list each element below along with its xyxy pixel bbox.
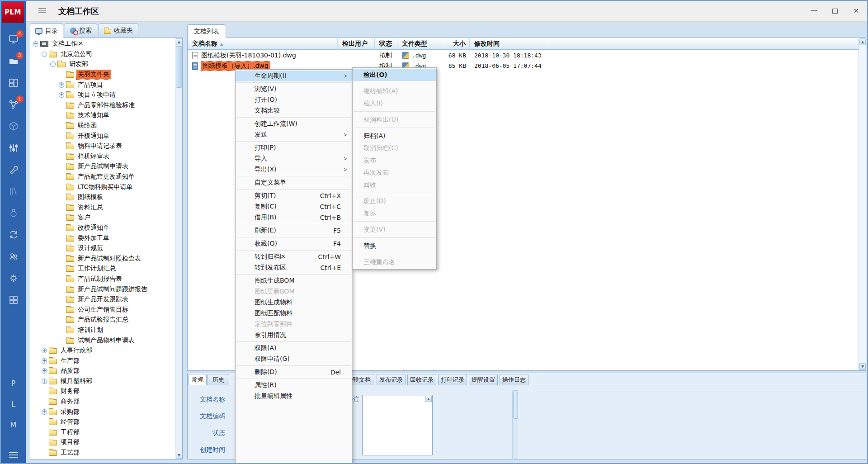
scroll-down-icon[interactable]: ▼ — [176, 452, 182, 459]
tree-item[interactable]: +产品项目 — [30, 80, 175, 90]
tree-item[interactable]: 工程部 — [30, 427, 175, 438]
scroll-up-icon[interactable]: ▲ — [859, 38, 866, 45]
column-header[interactable]: 状态 — [375, 38, 397, 50]
context-menu-item[interactable]: 转到归档区Ctrl+W — [236, 251, 352, 262]
cube-icon[interactable] — [8, 120, 19, 132]
tree-item[interactable]: 经管部 — [30, 417, 175, 427]
context-menu-item[interactable]: 文档比较 — [236, 105, 352, 116]
context-menu-item[interactable]: 图纸生成BOM — [236, 275, 352, 286]
detail-tab[interactable]: 常规 — [189, 374, 207, 385]
gear-icon[interactable] — [8, 272, 19, 284]
tab-search[interactable]: 搜索 — [65, 24, 97, 38]
context-menu-item[interactable]: 创建工作流(W) — [236, 118, 352, 129]
detail-tab[interactable]: 历史 — [208, 374, 229, 385]
tree-item[interactable]: 项目部 — [30, 437, 175, 448]
tree-item[interactable]: 公司生产销售目标 — [30, 304, 175, 315]
tree-item[interactable]: 财务部 — [30, 386, 175, 397]
collapse-icon[interactable]: − — [42, 52, 47, 57]
submenu-item[interactable]: 替换 — [353, 240, 436, 252]
tab-document-list[interactable]: 文档列表 — [187, 24, 226, 38]
tree-item[interactable]: 培训计划 — [30, 325, 175, 336]
submenu-item[interactable]: 归档(A) — [353, 130, 436, 142]
column-header[interactable]: 检出用户 — [338, 38, 375, 50]
scroll-down-icon[interactable]: ▼ — [859, 363, 866, 370]
context-menu-item[interactable]: 被引用情况 — [236, 330, 352, 341]
context-menu-item[interactable]: 图纸匹配物料 — [236, 308, 352, 319]
context-menu-item[interactable]: 属性(R) — [236, 380, 352, 391]
context-menu-item[interactable]: 导出(X)> — [236, 164, 352, 175]
maximize-button[interactable] — [832, 9, 838, 14]
tree-item[interactable]: +品质部 — [30, 366, 175, 376]
hamburger-icon[interactable] — [38, 8, 46, 13]
tree-scrollbar[interactable]: ▲ ▼ — [175, 38, 182, 459]
users-icon[interactable] — [8, 251, 19, 262]
tree-item[interactable]: 客户 — [30, 213, 175, 223]
tree-item[interactable]: 开模通知单 — [30, 131, 175, 141]
tree-item[interactable]: 联络函 — [30, 121, 175, 131]
wrench-icon[interactable] — [8, 164, 19, 175]
note-textarea[interactable]: ▲ — [362, 395, 433, 455]
column-header[interactable]: 大小 — [445, 38, 470, 50]
table-row[interactable]: 图纸模板(关羽-181030-01).dwg拟制.dwg68 KB2018-10… — [188, 50, 859, 61]
library-icon[interactable] — [8, 185, 19, 197]
tree-item[interactable]: 新产品试制申请表 — [30, 161, 175, 172]
detail-tab[interactable]: 回收记录 — [407, 374, 436, 385]
tree-item[interactable]: 图纸模板 — [30, 192, 175, 203]
tree-item[interactable]: 技术通知单 — [30, 110, 175, 121]
context-menu-item[interactable]: 浏览(V) — [236, 84, 352, 95]
collapse-icon[interactable]: − — [50, 62, 56, 67]
context-menu-item[interactable]: 打开(O) — [236, 95, 352, 105]
tree-item[interactable]: +人事行政部 — [30, 346, 175, 356]
tree-item[interactable]: −北京总公司 — [30, 49, 175, 60]
column-header[interactable]: 文件类型 — [397, 38, 445, 50]
context-menu-item[interactable]: 复制(C)Ctrl+C — [236, 201, 352, 212]
scroll-up-icon[interactable]: ▲ — [425, 396, 432, 402]
tree-item[interactable]: 新产品试制问题跟进报告 — [30, 284, 175, 294]
detail-tab[interactable]: 发布记录 — [377, 374, 406, 385]
tree-item[interactable]: 资料汇总 — [30, 203, 175, 213]
tree-item[interactable]: 关羽文件夹 — [30, 70, 175, 80]
money-icon[interactable] — [8, 207, 19, 219]
expand-icon[interactable]: + — [42, 358, 47, 364]
context-menu-item[interactable]: 收藏(Q)F4 — [236, 238, 352, 249]
expand-icon[interactable]: + — [42, 409, 47, 415]
tree-item[interactable]: +生产部 — [30, 355, 175, 366]
expand-icon[interactable]: + — [42, 368, 47, 374]
context-menu-item[interactable]: 剪切(T)Ctrl+X — [236, 190, 352, 201]
tree-item[interactable]: 产品试验报告汇总 — [30, 315, 175, 325]
context-menu-item[interactable]: 转到发布区Ctrl+E — [236, 262, 352, 273]
expand-icon[interactable]: + — [42, 379, 47, 384]
context-menu-item[interactable]: 导入> — [236, 153, 352, 164]
tree-item[interactable]: 样机评审表 — [30, 152, 175, 162]
context-menu-item[interactable]: 批量编辑属性 — [236, 391, 352, 402]
apps-icon[interactable] — [8, 294, 19, 306]
expand-icon[interactable]: + — [42, 348, 47, 353]
tree-item[interactable]: 委外加工单 — [30, 233, 175, 243]
scroll-up-icon[interactable]: ▲ — [176, 38, 182, 45]
context-menu-item[interactable]: 生命周期(I)> — [236, 71, 352, 81]
detail-tab[interactable]: 操作日志 — [500, 374, 528, 385]
tree-item[interactable]: 新产品开发跟踪表 — [30, 294, 175, 305]
tree-item[interactable]: 工作计划汇总 — [30, 264, 175, 274]
detail-tab[interactable]: 打印记录 — [438, 374, 467, 385]
tree-item[interactable]: 工艺部 — [30, 448, 175, 458]
collapse-icon[interactable]: − — [33, 41, 38, 47]
close-button[interactable]: ✕ — [853, 8, 859, 14]
tree-item[interactable]: 产品试制报告表 — [30, 274, 175, 284]
tree-item[interactable]: 产品零部件检验标准 — [30, 100, 175, 111]
context-menu-item[interactable]: 删除(D)Del — [236, 367, 352, 378]
tab-favorites[interactable]: 收藏夹 — [99, 24, 138, 38]
submenu-item[interactable]: 检出(O) — [353, 69, 436, 81]
context-menu-item[interactable]: 借用(B)Ctrl+B — [236, 212, 352, 223]
context-menu-item[interactable]: 打印(P) — [236, 142, 352, 153]
tree-item[interactable]: 产品配套更改通知单 — [30, 172, 175, 182]
tree-item[interactable]: 新产品试制对照检查表 — [30, 253, 175, 264]
tree-item[interactable]: −文档工作区 — [30, 39, 175, 49]
context-menu-item[interactable]: 刷新(E)F5 — [236, 225, 352, 236]
share-icon[interactable]: 1 — [8, 99, 19, 110]
tree-item[interactable]: 试制产品物料申请表 — [30, 335, 175, 346]
expand-icon[interactable]: + — [59, 82, 64, 88]
detail-tab[interactable]: 提醒设置 — [469, 374, 498, 385]
minimize-button[interactable] — [811, 10, 817, 11]
tree-item[interactable]: +采购部 — [30, 407, 175, 417]
